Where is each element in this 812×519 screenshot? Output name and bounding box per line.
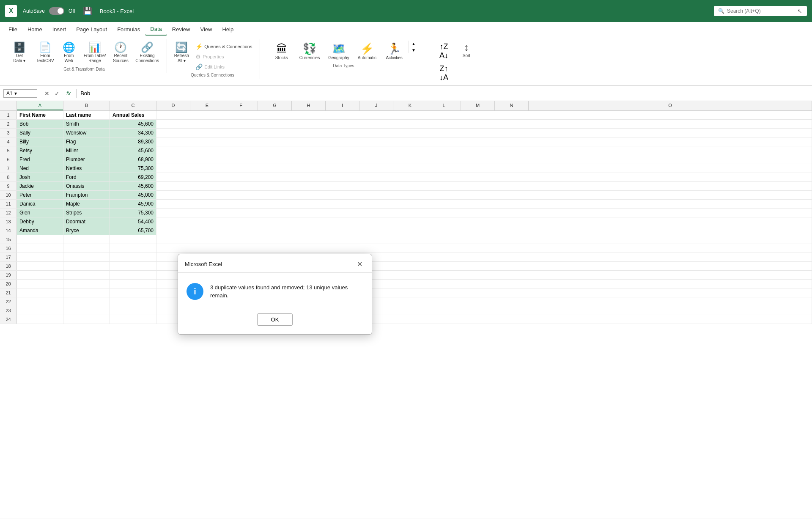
cell-d4[interactable]	[156, 137, 812, 146]
scroll-down-icon[interactable]: ▼	[411, 47, 417, 53]
cell-a12[interactable]: Glen	[17, 209, 63, 217]
cell-c6[interactable]: 68,900	[110, 155, 156, 164]
cell-b10[interactable]: Frampton	[63, 191, 110, 199]
activities-button[interactable]: 🏃 Activities	[381, 41, 407, 62]
data-types-scroll[interactable]: ▲ ▼	[409, 41, 418, 53]
empty-row[interactable]: 20	[0, 280, 812, 288]
table-row[interactable]: 11 Danica Maple 45,900	[0, 200, 812, 209]
menu-help[interactable]: Help	[217, 24, 239, 35]
search-input[interactable]	[727, 8, 795, 14]
cell-b21[interactable]	[63, 288, 110, 297]
cell-b23[interactable]	[63, 306, 110, 315]
search-box[interactable]: 🔍 ↖	[714, 6, 807, 16]
col-header-l[interactable]: L	[427, 101, 461, 110]
formula-input[interactable]	[80, 89, 809, 97]
table-row[interactable]: 14 Amanda Bryce 65,700	[0, 226, 812, 235]
cell-c12[interactable]: 75,300	[110, 209, 156, 217]
cell-a5[interactable]: Betsy	[17, 146, 63, 155]
menu-view[interactable]: View	[195, 24, 217, 35]
cell-d3[interactable]	[156, 129, 812, 137]
autosave-toggle[interactable]	[49, 7, 64, 15]
cell-c5[interactable]: 45,600	[110, 146, 156, 155]
cell-d12[interactable]	[156, 209, 812, 217]
cell-b22[interactable]	[63, 297, 110, 306]
col-header-e[interactable]: E	[190, 101, 224, 110]
cell-b16[interactable]	[63, 244, 110, 253]
cell-c13[interactable]: 54,400	[110, 217, 156, 226]
cell-d11[interactable]	[156, 200, 812, 208]
cancel-formula-icon[interactable]: ✕	[43, 89, 51, 98]
table-row[interactable]: 7 Ned Nettles 75,300	[0, 164, 812, 173]
cell-c20[interactable]	[110, 280, 156, 288]
cell-c21[interactable]	[110, 288, 156, 297]
cell-a18[interactable]	[17, 262, 63, 270]
cell-d7[interactable]	[156, 164, 812, 173]
empty-row[interactable]: 24	[0, 315, 812, 324]
empty-row[interactable]: 19	[0, 271, 812, 280]
cell-b18[interactable]	[63, 262, 110, 270]
cell-a23[interactable]	[17, 306, 63, 315]
menu-data[interactable]: Data	[145, 23, 167, 36]
cell-b19[interactable]	[63, 271, 110, 279]
cell-a9[interactable]: Jackie	[17, 182, 63, 190]
cell-d1[interactable]	[156, 111, 812, 119]
table-row[interactable]: 13 Debby Doormat 54,400	[0, 217, 812, 226]
cell-a1[interactable]: First Name	[17, 111, 63, 119]
menu-review[interactable]: Review	[167, 24, 195, 35]
cell-a24[interactable]	[17, 315, 63, 324]
cell-b20[interactable]	[63, 280, 110, 288]
cell-a10[interactable]: Peter	[17, 191, 63, 199]
col-header-f[interactable]: F	[224, 101, 258, 110]
cell-b15[interactable]	[63, 235, 110, 244]
col-header-g[interactable]: G	[258, 101, 292, 110]
cell-c2[interactable]: 45,600	[110, 120, 156, 128]
cell-a21[interactable]	[17, 288, 63, 297]
cell-a7[interactable]: Ned	[17, 164, 63, 173]
dialog-ok-button[interactable]: OK	[257, 313, 293, 326]
empty-row[interactable]: 23	[0, 306, 812, 315]
menu-insert[interactable]: Insert	[47, 24, 71, 35]
table-row[interactable]: 2 Bob Smith 45,600	[0, 120, 812, 129]
dialog-close-button[interactable]: ✕	[354, 259, 365, 269]
geography-button[interactable]: 🗺️ Geography	[325, 41, 352, 62]
from-text-csv-button[interactable]: 📄 FromText/CSV	[34, 41, 57, 65]
sort-button[interactable]: ↕️ Sort	[454, 41, 479, 60]
queries-connections-item[interactable]: ⚡ Queries & Connections	[194, 42, 254, 51]
cell-a16[interactable]	[17, 244, 63, 253]
cell-c14[interactable]: 65,700	[110, 226, 156, 235]
cell-c9[interactable]: 45,600	[110, 182, 156, 190]
empty-row[interactable]: 16	[0, 244, 812, 253]
save-icon[interactable]: 💾	[83, 6, 92, 16]
cell-a2[interactable]: Bob	[17, 120, 63, 128]
col-header-c[interactable]: C	[110, 101, 156, 110]
cell-a11[interactable]: Danica	[17, 200, 63, 208]
scroll-up-icon[interactable]: ▲	[411, 41, 417, 47]
cell-b9[interactable]: Onassis	[63, 182, 110, 190]
stocks-button[interactable]: 🏛 Stocks	[269, 41, 294, 62]
cell-a19[interactable]	[17, 271, 63, 279]
cell-d10[interactable]	[156, 191, 812, 199]
existing-connections-button[interactable]: 🔗 ExistingConnections	[133, 41, 162, 65]
cell-c11[interactable]: 45,900	[110, 200, 156, 208]
cell-d6[interactable]	[156, 155, 812, 164]
cell-d15[interactable]	[156, 235, 812, 244]
cell-a22[interactable]	[17, 297, 63, 306]
cell-c17[interactable]	[110, 253, 156, 261]
table-row[interactable]: 3 Sally Wenslow 34,300	[0, 129, 812, 137]
cell-b14[interactable]: Bryce	[63, 226, 110, 235]
currencies-button[interactable]: 💱 Currencies	[296, 41, 323, 62]
from-table-range-button[interactable]: 📊 From Table/Range	[81, 41, 109, 65]
menu-file[interactable]: File	[3, 24, 22, 35]
sort-za-button[interactable]: Z↑↓A	[437, 63, 452, 84]
empty-row[interactable]: 18	[0, 262, 812, 271]
cell-b8[interactable]: Ford	[63, 173, 110, 181]
cell-d13[interactable]	[156, 217, 812, 226]
cell-c3[interactable]: 34,300	[110, 129, 156, 137]
refresh-all-button[interactable]: 🔄 RefreshAll ▾	[171, 41, 192, 65]
col-header-m[interactable]: M	[461, 101, 495, 110]
table-row[interactable]: 9 Jackie Onassis 45,600	[0, 182, 812, 191]
cell-c22[interactable]	[110, 297, 156, 306]
cell-c8[interactable]: 69,200	[110, 173, 156, 181]
empty-row[interactable]: 15	[0, 235, 812, 244]
confirm-formula-icon[interactable]: ✓	[53, 89, 61, 98]
